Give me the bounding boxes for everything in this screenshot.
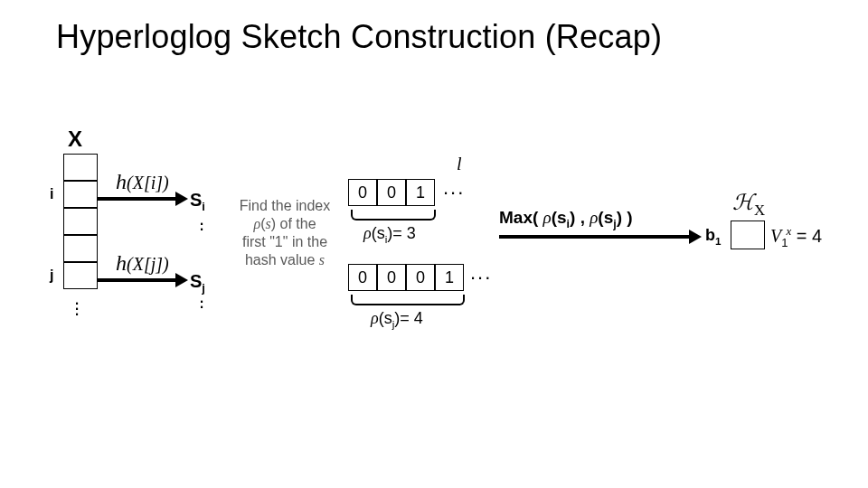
si-label: Si — [190, 190, 205, 213]
bit-cell: 0 — [377, 179, 406, 206]
bit-cell: 0 — [377, 264, 406, 291]
col-cell — [63, 208, 98, 235]
col-vdots: ··· — [74, 300, 80, 316]
col-cell — [63, 154, 98, 181]
b1-label: b1 — [705, 226, 722, 247]
bit-cell: 0 — [348, 179, 377, 206]
bits-dots: ··· — [470, 266, 492, 289]
bit-cell: 1 — [406, 179, 435, 206]
col-cell — [63, 181, 98, 208]
brace-j — [351, 295, 465, 305]
brace-i — [351, 210, 436, 221]
bit-cell: 1 — [435, 264, 464, 291]
column-header: X — [68, 127, 82, 152]
hx-label: ℋX — [732, 190, 765, 220]
col-cell — [63, 235, 98, 262]
s-vdots2: ·· — [199, 298, 204, 309]
col-cell — [63, 262, 98, 289]
max-expr: Max( ρ(si) , ρ(sj) ) — [499, 208, 633, 230]
bit-cell: 0 — [406, 264, 435, 291]
ell-label: l — [457, 154, 462, 174]
index-i: i — [50, 186, 53, 202]
rho-j: ρ(sj)= 4 — [371, 309, 423, 330]
vx-value: V1x = 4 — [770, 224, 822, 249]
b1-cell — [731, 221, 765, 249]
s-vdots: ·· — [199, 221, 204, 231]
hash-label-i: h(X[i]) — [116, 170, 169, 194]
rho-i: ρ(si)= 3 — [363, 224, 416, 245]
slide-title: Hyperloglog Sketch Construction (Recap) — [56, 18, 662, 56]
bits-dots: ··· — [443, 181, 465, 204]
hash-label-j: h(X[j]) — [116, 251, 169, 276]
bit-cell: 0 — [348, 264, 377, 291]
explain-text: Find the index ρ(s) of the first "1" in … — [226, 197, 344, 269]
index-j: j — [50, 267, 53, 284]
